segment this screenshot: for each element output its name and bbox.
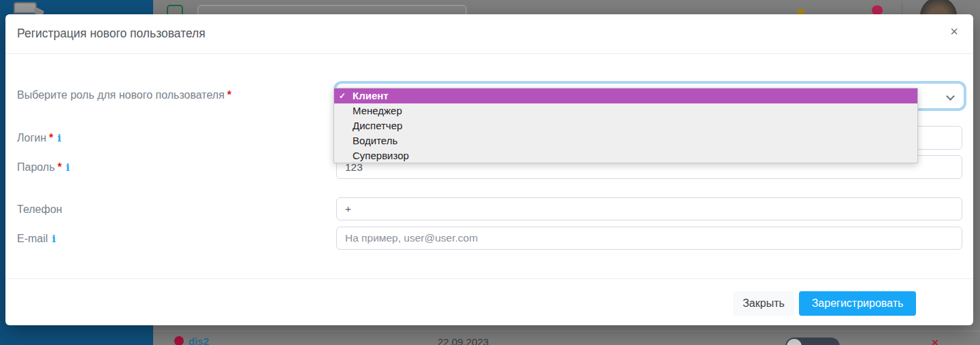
dropdown-option-label: Менеджер bbox=[353, 105, 402, 116]
topbar-divider bbox=[902, 2, 902, 14]
phone-label-text: Телефон bbox=[17, 203, 62, 215]
email-input[interactable] bbox=[336, 227, 962, 250]
notification-badge-red bbox=[872, 5, 883, 15]
login-label-text: Логин bbox=[17, 132, 46, 144]
row-toggle-switch[interactable] bbox=[785, 338, 840, 345]
close-icon[interactable]: × bbox=[950, 24, 958, 39]
check-icon: ✓ bbox=[339, 88, 346, 103]
dropdown-option-label: Водитель bbox=[353, 135, 397, 146]
row-delete-icon[interactable]: × bbox=[932, 336, 938, 345]
page: dis2 22.09.2023 × Регистрация нового пол… bbox=[0, 0, 980, 345]
footer-divider bbox=[5, 278, 973, 279]
required-asterisk: * bbox=[49, 132, 53, 144]
phone-input[interactable] bbox=[336, 197, 962, 220]
dropdown-option-label: Клиент bbox=[353, 90, 389, 101]
dropdown-option-label: Супервизор bbox=[353, 150, 409, 161]
login-label: Логин*i bbox=[17, 132, 61, 144]
table-cell-date: 22.09.2023 bbox=[438, 336, 489, 345]
dropdown-option-manager[interactable]: Менеджер bbox=[334, 103, 917, 118]
role-label: Выберите роль для нового пользователя* bbox=[17, 89, 231, 101]
role-label-text: Выберите роль для нового пользователя bbox=[17, 89, 225, 101]
info-icon[interactable]: i bbox=[57, 132, 61, 144]
dropdown-option-label: Диспетчер bbox=[353, 120, 402, 131]
email-label-text: E-mail bbox=[17, 233, 48, 244]
password-label: Пароль*i bbox=[17, 161, 69, 174]
chevron-down-icon bbox=[946, 92, 955, 101]
app-logo-icon bbox=[14, 2, 37, 14]
table-row-divider bbox=[153, 331, 980, 331]
password-label-text: Пароль bbox=[17, 161, 55, 173]
close-button[interactable]: Закрыть bbox=[733, 291, 794, 316]
toggle-knob bbox=[787, 339, 802, 345]
dropdown-option-supervisor[interactable]: Супервизор bbox=[334, 148, 917, 163]
dropdown-option-driver[interactable]: Водитель bbox=[334, 133, 917, 148]
phone-label: Телефон bbox=[17, 203, 62, 216]
role-dropdown-list: ✓ Клиент Менеджер Диспетчер Водитель Суп… bbox=[333, 88, 918, 163]
dropdown-option-client[interactable]: ✓ Клиент bbox=[334, 88, 917, 103]
register-button[interactable]: Зарегистрировать bbox=[799, 291, 916, 316]
email-label: E-maili bbox=[17, 233, 56, 245]
required-asterisk: * bbox=[227, 89, 231, 101]
table-cell-username[interactable]: dis2 bbox=[189, 335, 209, 345]
user-status-dot bbox=[174, 336, 184, 345]
modal-header: Регистрация нового пользователя × bbox=[5, 14, 973, 54]
modal-title: Регистрация нового пользователя bbox=[17, 27, 206, 41]
dropdown-option-dispatcher[interactable]: Диспетчер bbox=[334, 118, 917, 133]
registration-modal: Регистрация нового пользователя × Выбери… bbox=[5, 14, 973, 325]
info-icon[interactable]: i bbox=[52, 233, 56, 245]
required-asterisk: * bbox=[58, 161, 62, 173]
info-icon[interactable]: i bbox=[66, 161, 70, 174]
